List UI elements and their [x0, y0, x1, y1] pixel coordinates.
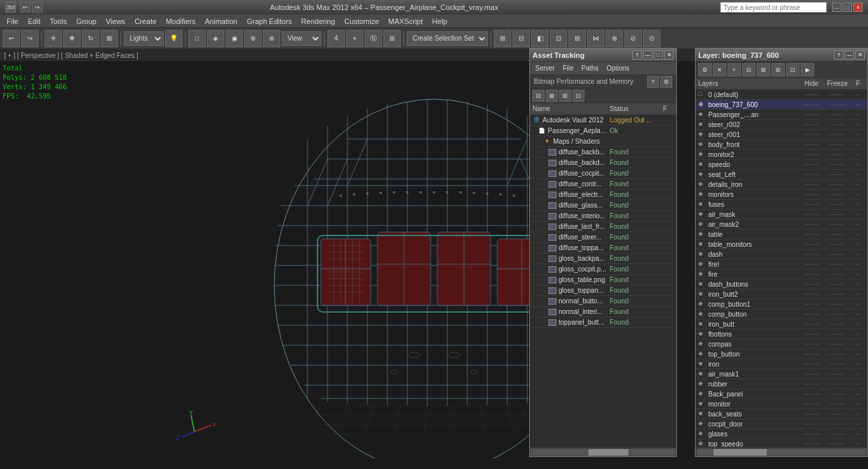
asset-row[interactable]: gloss_backpa... Found	[530, 253, 676, 264]
layer-row[interactable]: ◈ monitors ─ ─ ─ ─ ─ ─ ─	[696, 190, 867, 200]
layer-row[interactable]: ◈ air_mask2 ─ ─ ─ ─ ─ ─ ─	[696, 220, 867, 230]
layer-row[interactable]: ◈ details_iron ─ ─ ─ ─ ─ ─ ─	[696, 180, 867, 190]
toolbar-btn-6[interactable]: 4	[327, 30, 345, 47]
layer-row[interactable]: ◈ table ─ ─ ─ ─ ─ ─ ─	[696, 230, 867, 239]
search-input[interactable]	[720, 2, 827, 13]
redo-btn[interactable]: ↪	[32, 2, 43, 13]
asset-row[interactable]: gloss_table.png Found	[530, 275, 676, 285]
close-button[interactable]: ✕	[853, 3, 863, 12]
layer-row[interactable]: ◈ iron ─ ─ ─ ─ ─ ─ ─	[696, 359, 867, 369]
layer-row[interactable]: ◈ speedo ─ ─ ─ ─ ─ ─ ─	[696, 160, 867, 170]
asset-row[interactable]: 🗄 Autodesk Vault 2012 Logged Out ...	[530, 115, 676, 126]
asset-row[interactable]: ▼ Maps / Shaders	[530, 136, 676, 147]
layer-panel-help[interactable]: ?	[834, 51, 843, 60]
asset-panel-help[interactable]: ?	[632, 51, 642, 60]
layer-row[interactable]: ◈ iron_butt ─ ─ ─ ─ ─ ─ ─	[696, 319, 867, 329]
layer-tool-4[interactable]: ⊟	[742, 63, 756, 77]
layer-tool-3[interactable]: +	[728, 63, 741, 77]
menu-options[interactable]: Options	[604, 63, 632, 73]
layer-row[interactable]: ◈ dash_buttons ─ ─ ─ ─ ─ ─ ─	[696, 279, 867, 289]
undo-btn[interactable]: ↩	[20, 2, 31, 13]
menu-rendering[interactable]: Rendering	[298, 16, 339, 27]
toolbar-btn-5[interactable]: ⊗	[263, 30, 280, 47]
toolbar-btn-f[interactable]: ⋈	[587, 30, 604, 47]
asset-row[interactable]: diffuse_interio... Found	[530, 211, 676, 222]
asset-panel-close[interactable]: ✕	[664, 51, 674, 60]
toolbar-btn-3[interactable]: ◉	[226, 30, 243, 47]
toolbar-btn-2[interactable]: ◈	[207, 30, 224, 47]
layer-scrollbar[interactable]	[696, 447, 867, 456]
asset-row[interactable]: diffuse_steer... Found	[530, 232, 676, 243]
asset-row[interactable]: diffuse_glass... Found	[530, 200, 676, 211]
asset-scrollbar-track[interactable]	[531, 449, 675, 456]
menu-group[interactable]: Group	[72, 16, 101, 27]
asset-tool-3[interactable]: ⊞	[559, 90, 571, 102]
layer-row[interactable]: ◈ seat_Left ─ ─ ─ ─ ─ ─ ─	[696, 170, 867, 180]
toolbar-btn-e[interactable]: ⊞	[568, 30, 586, 47]
toolbar-btn-c[interactable]: ◧	[531, 30, 548, 47]
asset-row[interactable]: normal_butto... Found	[530, 296, 676, 307]
asset-scrollbar[interactable]	[530, 447, 676, 456]
layer-row[interactable]: ◉ boeing_737_600 ─ ─ ─ ─ ─ ─ ─	[696, 100, 867, 110]
layer-row[interactable]: ◈ fire ─ ─ ─ ─ ─ ─ ─	[696, 269, 867, 279]
minimize-button[interactable]: —	[832, 3, 841, 12]
layer-row[interactable]: ◈ cocpit_door ─ ─ ─ ─ ─ ─ ─	[696, 419, 867, 429]
asset-tool-4[interactable]: ⊡	[572, 90, 584, 102]
asset-tool-1[interactable]: ⊟	[533, 90, 544, 102]
layer-scrollbar-thumb[interactable]	[714, 449, 767, 456]
maximize-button[interactable]: □	[843, 3, 852, 12]
asset-row[interactable]: diffuse_cocpit... Found	[530, 168, 676, 179]
toolbar-btn-a[interactable]: ⊞	[494, 30, 511, 47]
layer-panel-close[interactable]: ✕	[855, 51, 865, 60]
toolbar-btn-g[interactable]: ⊕	[606, 30, 623, 47]
asset-row[interactable]: gloss_toppan... Found	[530, 285, 676, 296]
layer-row[interactable]: ◈ glases ─ ─ ─ ─ ─ ─ ─	[696, 429, 867, 439]
menu-file[interactable]: File	[560, 63, 576, 73]
menu-views[interactable]: Views	[102, 16, 129, 27]
toolbar-redo[interactable]: ↪	[21, 30, 39, 47]
layer-row[interactable]: ◈ iron_butt2 ─ ─ ─ ─ ─ ─ ─	[696, 289, 867, 299]
layer-row[interactable]: ◈ Back_panel ─ ─ ─ ─ ─ ─ ─	[696, 389, 867, 399]
layer-tool-2[interactable]: ✕	[713, 63, 726, 77]
menu-file[interactable]: File	[3, 16, 23, 27]
toolbar-btn-i[interactable]: ⊙	[643, 30, 660, 47]
menu-animation[interactable]: Animation	[201, 16, 242, 27]
settings-btn[interactable]: ⚙	[660, 76, 672, 88]
menu-help[interactable]: Help	[428, 16, 451, 27]
asset-row[interactable]: diffuse_last_fr... Found	[530, 222, 676, 232]
layer-row[interactable]: ◈ fbottons ─ ─ ─ ─ ─ ─ ─	[696, 329, 867, 339]
toolbar-btn-h[interactable]: ⊘	[624, 30, 642, 47]
layer-row[interactable]: ◈ comp_button ─ ─ ─ ─ ─ ─ ─	[696, 309, 867, 319]
layer-row[interactable]: ◈ compas ─ ─ ─ ─ ─ ─ ─	[696, 339, 867, 349]
layer-row[interactable]: ◈ top_speedo ─ ─ ─ ─ ─ ─ ─	[696, 439, 867, 447]
rotate-btn[interactable]: ↻	[82, 30, 99, 47]
layer-tool-5[interactable]: ⊠	[757, 63, 770, 77]
layer-scrollbar-track[interactable]	[697, 449, 866, 456]
toolbar-btn-4[interactable]: ⊕	[244, 30, 262, 47]
menu-modifiers[interactable]: Modifiers	[162, 16, 200, 27]
asset-row[interactable]: diffuse_contr... Found	[530, 179, 676, 190]
layer-row[interactable]: □ 0 (default) ─ ─ ─ ─ ─ ─ ─	[696, 90, 867, 100]
toolbar-btn-8[interactable]: Ⓝ	[365, 30, 382, 47]
asset-row[interactable]: normal_interi... Found	[530, 307, 676, 317]
layer-row[interactable]: ◈ steer_r001 ─ ─ ─ ─ ─ ─ ─	[696, 130, 867, 140]
layer-row[interactable]: ◈ dash ─ ─ ─ ─ ─ ─ ─	[696, 249, 867, 259]
asset-row[interactable]: 📄 Passenger_Airplane_... Ok	[530, 126, 676, 136]
layer-row[interactable]: ◈ rubber ─ ─ ─ ─ ─ ─ ─	[696, 379, 867, 389]
menu-tools[interactable]: Tools	[46, 16, 71, 27]
layer-tool-8[interactable]: ▶	[801, 63, 814, 77]
asset-row[interactable]: toppanel_butt... Found	[530, 317, 676, 328]
asset-panel-max[interactable]: □	[654, 51, 663, 60]
layer-row[interactable]: ◈ fuses ─ ─ ─ ─ ─ ─ ─	[696, 200, 867, 210]
asset-row[interactable]: diffuse_backd... Found	[530, 158, 676, 168]
asset-tool-2[interactable]: ⊠	[546, 90, 558, 102]
menu-create[interactable]: Create	[130, 16, 160, 27]
layer-panel-min[interactable]: —	[845, 51, 854, 60]
move-btn[interactable]: ✥	[63, 30, 81, 47]
menu-server[interactable]: Server	[533, 63, 557, 73]
layer-row[interactable]: ◈ firel ─ ─ ─ ─ ─ ─ ─	[696, 259, 867, 269]
menu-edit[interactable]: Edit	[24, 16, 45, 27]
asset-row[interactable]: diffuse_toppa... Found	[530, 243, 676, 253]
toolbar-btn-7[interactable]: ⌖	[346, 30, 363, 47]
layer-tool-7[interactable]: ⊡	[786, 63, 799, 77]
